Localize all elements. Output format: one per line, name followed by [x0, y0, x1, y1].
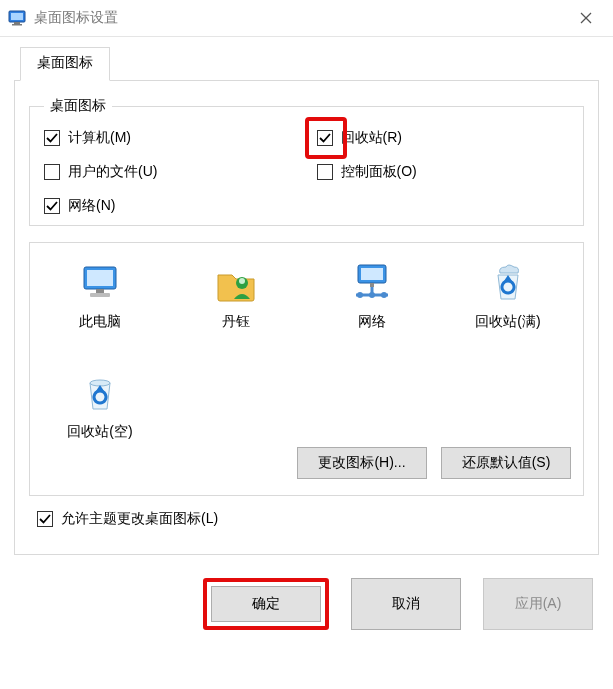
checkbox-box — [317, 130, 333, 146]
group-legend: 桌面图标 — [44, 97, 112, 115]
svg-point-16 — [357, 292, 363, 298]
close-button[interactable] — [563, 0, 609, 36]
ok-button[interactable]: 确定 — [211, 586, 321, 622]
apply-button[interactable]: 应用(A) — [483, 578, 593, 630]
checkbox-recycle-bin[interactable]: 回收站(R) — [317, 129, 570, 147]
icon-label: 网络 — [358, 313, 386, 331]
svg-rect-9 — [90, 293, 110, 297]
checkbox-box — [37, 511, 53, 527]
check-icon — [46, 132, 58, 144]
titlebar: 桌面图标设置 — [0, 0, 613, 37]
close-icon — [580, 12, 592, 24]
svg-rect-2 — [14, 22, 20, 24]
tabstrip: 桌面图标 — [14, 47, 599, 81]
tab-desktop-icons[interactable]: 桌面图标 — [20, 47, 110, 81]
checkbox-box — [44, 198, 60, 214]
svg-rect-3 — [12, 24, 22, 26]
svg-rect-14 — [370, 283, 374, 287]
recycle-empty-icon — [78, 371, 122, 415]
svg-rect-1 — [11, 13, 23, 20]
svg-rect-8 — [96, 289, 104, 293]
icon-label: 回收站(空) — [67, 423, 132, 441]
highlight-box: 确定 — [203, 578, 329, 630]
user-folder-icon — [214, 261, 258, 305]
check-icon — [39, 513, 51, 525]
check-icon — [319, 132, 331, 144]
checkbox-label: 网络(N) — [68, 197, 115, 215]
check-icon — [46, 200, 58, 212]
checkbox-box — [44, 164, 60, 180]
checkbox-box — [317, 164, 333, 180]
checkbox-label: 用户的文件(U) — [68, 163, 157, 181]
cancel-button[interactable]: 取消 — [351, 578, 461, 630]
icon-recycle-full[interactable]: 回收站(满) — [450, 261, 566, 331]
change-icon-button[interactable]: 更改图标(H)... — [297, 447, 427, 479]
checkbox-computer[interactable]: 计算机(M) — [44, 129, 297, 147]
desktop-icons-group: 桌面图标 计算机(M) 回收站(R) — [29, 97, 584, 226]
icon-recycle-empty[interactable]: 回收站(空) — [42, 371, 158, 441]
svg-rect-7 — [87, 270, 113, 286]
app-icon — [8, 9, 26, 27]
checkbox-label: 计算机(M) — [68, 129, 131, 147]
window-title: 桌面图标设置 — [34, 9, 563, 27]
svg-point-11 — [239, 278, 245, 284]
checkbox-label: 控制面板(O) — [341, 163, 417, 181]
checkbox-network[interactable]: 网络(N) — [44, 197, 297, 215]
checkbox-control-panel[interactable]: 控制面板(O) — [317, 163, 570, 181]
icon-user-folder[interactable]: 丹钰 — [178, 261, 294, 331]
svg-point-18 — [381, 292, 387, 298]
restore-default-button[interactable]: 还原默认值(S) — [441, 447, 571, 479]
icon-this-pc[interactable]: 此电脑 — [42, 261, 158, 331]
checkbox-allow-theme[interactable]: 允许主题更改桌面图标(L) — [37, 510, 584, 528]
icon-preview-panel: 此电脑 丹钰 — [29, 242, 584, 496]
icon-label: 回收站(满) — [475, 313, 540, 331]
checkbox-label: 允许主题更改桌面图标(L) — [61, 510, 218, 528]
tab-panel: 桌面图标 计算机(M) 回收站(R) — [14, 80, 599, 555]
network-icon — [350, 261, 394, 305]
dialog-button-row: 确定 取消 应用(A) — [0, 567, 613, 646]
checkbox-label: 回收站(R) — [341, 129, 402, 147]
icon-label: 此电脑 — [79, 313, 121, 331]
recycle-full-icon — [486, 261, 530, 305]
monitor-icon — [78, 261, 122, 305]
icon-network[interactable]: 网络 — [314, 261, 430, 331]
checkbox-box — [44, 130, 60, 146]
checkbox-user-files[interactable]: 用户的文件(U) — [44, 163, 297, 181]
svg-rect-13 — [361, 268, 383, 280]
icon-label: 丹钰 — [222, 313, 250, 331]
